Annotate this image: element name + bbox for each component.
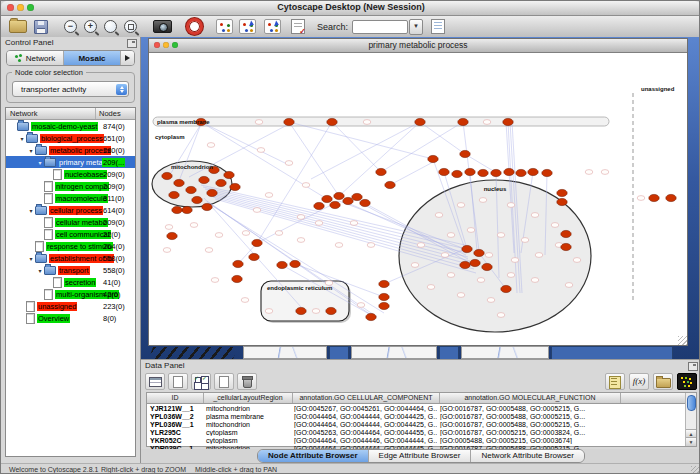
network-node[interactable] [277,261,287,268]
attribute-table-icon[interactable] [145,373,165,390]
network-node-small[interactable] [215,233,223,238]
search-dropdown-icon[interactable]: ▼ [409,19,423,35]
tree-item-unassigned[interactable]: unassigned223(0) [6,300,135,312]
tree-expand-icon[interactable]: ▾ [36,159,44,166]
tree-expand-icon[interactable]: ▾ [27,207,35,214]
network-node-small[interactable] [411,263,419,268]
network-node-small[interactable] [531,213,539,218]
network-node[interactable] [322,195,332,202]
network-node[interactable] [376,168,386,175]
network-edge[interactable] [339,122,420,196]
search-input[interactable] [352,20,408,34]
tree-item-macromolecule[interactable]: macromolecule311(0) [6,192,135,204]
network-node[interactable] [202,203,212,210]
tree-item-multi-organism-pro[interactable]: multi-organism pro42(0) [6,288,135,300]
network-node[interactable] [557,189,567,196]
network-node[interactable] [452,170,462,177]
network-node-small[interactable] [165,225,173,230]
network-node[interactable] [482,263,492,270]
resize-grip[interactable] [691,466,700,474]
tree-item-metabolic-process[interactable]: ▾metabolic process280(0) [6,144,135,156]
tree-item-transport[interactable]: ▾transport558(0) [6,264,135,276]
network-node[interactable] [503,118,513,125]
network-node[interactable] [516,169,526,176]
network-node-small[interactable] [511,258,519,263]
node-color-selection-combo[interactable]: transporter activity [12,81,129,97]
network-node-small[interactable] [207,143,215,148]
tree-col-network[interactable]: Network [6,108,96,119]
network-node[interactable] [252,239,262,246]
tree-item-cellular-process[interactable]: ▾cellular process614(0) [6,204,135,216]
minimized-window-icon[interactable] [551,346,673,360]
minimized-window-thumb[interactable] [461,346,549,359]
minimized-window-icon[interactable] [329,346,349,360]
unselect-attributes-icon[interactable] [214,373,234,390]
tree-item-response-to-stimulu[interactable]: response to stimulu264(0) [6,240,135,252]
network-node[interactable] [343,197,353,204]
zoom-out-icon[interactable]: − [64,20,77,33]
network-node[interactable] [326,307,336,314]
network-node-small[interactable] [457,293,465,298]
network-node[interactable] [352,193,362,200]
float-data-panel-icon[interactable] [688,362,698,371]
network-node-small[interactable] [312,309,320,314]
network-node-small[interactable] [447,233,455,238]
network-node-small[interactable] [367,243,375,248]
network-node[interactable] [385,181,395,188]
network-node-small[interactable] [211,278,219,283]
tree-col-nodes[interactable]: Nodes [96,108,135,119]
network-edge[interactable] [381,122,463,172]
network-node[interactable] [207,189,217,196]
tree-item-nucleobase-[interactable]: nucleobase-209(0) [6,168,135,180]
tab-network-attribute-browser[interactable]: Network Attribute Browser [471,450,583,462]
network-node-small[interactable] [521,238,529,243]
network-node[interactable] [172,206,182,213]
tree-expand-icon[interactable]: ▾ [36,267,44,274]
tab-overflow-button[interactable] [121,51,134,65]
network-node-small[interactable] [241,298,249,303]
column-header-0[interactable]: ID [147,393,204,403]
network-node-small[interactable] [265,193,273,198]
network-node[interactable] [232,275,242,282]
network-node-small[interactable] [265,309,273,314]
minimized-window-thumb[interactable] [351,346,437,359]
network-node-small[interactable] [573,258,581,263]
network-edge[interactable] [311,122,420,179]
network-node[interactable] [465,168,475,175]
tree-item-secretion[interactable]: secretion41(0) [6,276,135,288]
table-scrollbar[interactable]: ▲ ▼ [685,393,696,446]
select-attributes-icon[interactable] [191,373,211,390]
network-node-small[interactable] [357,303,365,308]
network-node-small[interactable] [297,238,305,243]
tree-expand-icon[interactable]: ▾ [27,255,35,262]
network-node-small[interactable] [507,273,515,278]
tree-expand-icon[interactable]: ▾ [27,147,35,154]
network-node[interactable] [199,176,209,183]
open-session-icon[interactable] [9,20,27,33]
network-node[interactable] [428,155,438,162]
network-node-small[interactable] [435,213,443,218]
table-row[interactable]: YPL036W__1mitochondrion[GO:0044464, GO:0… [147,420,696,428]
minimized-window-glyphs[interactable] [149,347,237,359]
tree-item-biological-process[interactable]: ▾biological_process651(0) [6,132,135,144]
table-row[interactable]: YPL036W__2plasma membrane[GO:0044464, GO… [147,412,696,420]
network-node[interactable] [162,172,172,179]
network-node[interactable] [458,118,468,125]
network-node-small[interactable] [285,161,293,166]
zoom-fit-icon[interactable] [104,20,117,33]
tab-edge-attribute-browser[interactable]: Edge Attribute Browser [369,450,472,462]
zoom-in-icon[interactable]: + [84,20,97,33]
network-node[interactable] [474,249,484,256]
network-node[interactable] [415,118,425,125]
network-node-small[interactable] [535,253,543,258]
delete-attribute-icon[interactable] [237,373,257,390]
network-node-small[interactable] [601,170,609,175]
tree-item-nitrogen-compo[interactable]: nitrogen compo209(0) [6,180,135,192]
network-node[interactable] [167,232,177,239]
network-node-small[interactable] [417,243,425,248]
network-node-small[interactable] [497,313,505,318]
network-node[interactable] [186,186,196,193]
copy-network-icon[interactable] [239,19,256,34]
tree-item-mosaic-demo-yeast[interactable]: mosaic-demo-yeast874(0) [6,120,135,132]
network-node[interactable] [491,169,501,176]
